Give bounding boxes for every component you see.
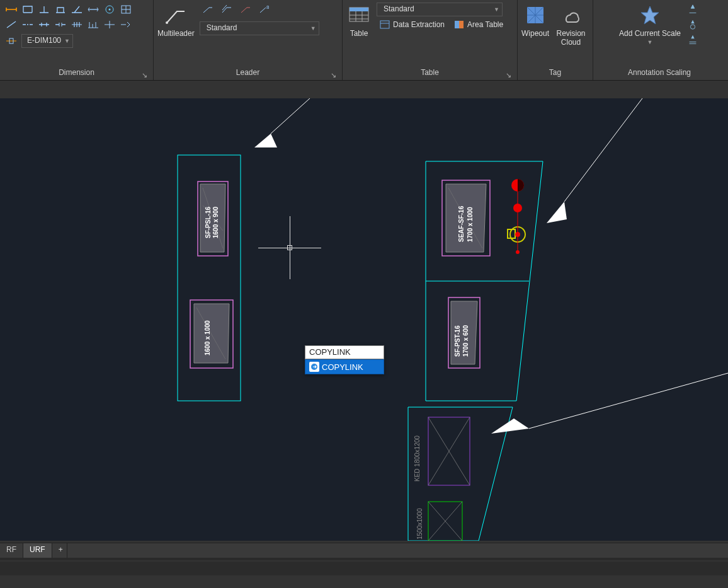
chevron-down-icon: ▼: [64, 38, 70, 44]
layout-tabs: RF URF +: [0, 543, 728, 558]
panel-label-annotation-scaling: Annotation Scaling: [628, 68, 691, 77]
block-label: SF-PST-16: [454, 325, 461, 357]
panel-launcher-icon[interactable]: ↘: [139, 67, 149, 78]
panel-label-tag: Tag: [549, 68, 561, 77]
command-suggestion[interactable]: COPYLINK: [305, 359, 384, 374]
ribbon: E-DIM100 ▼ Dimension ↘ Multileader: [0, 0, 728, 81]
panel-label-dimension: Dimension: [59, 68, 94, 77]
dim-tool-icon[interactable]: [53, 3, 68, 16]
svg-marker-47: [491, 418, 529, 434]
dim-tool-icon[interactable]: [118, 3, 134, 16]
block-label: 1500x1000: [416, 508, 423, 539]
layout-tab-label: URF: [30, 545, 45, 554]
dim-tool-icon[interactable]: [102, 3, 117, 16]
leader-style-dropdown[interactable]: Standard ▼: [200, 21, 319, 35]
layout-tab-label: RF: [6, 545, 16, 554]
svg-point-4: [166, 21, 168, 24]
anno-scale-icon[interactable]: [686, 3, 700, 16]
command-input[interactable]: COPYLINK: [305, 345, 384, 359]
leader-style-value: Standard: [207, 23, 237, 32]
data-extraction-icon: [379, 19, 390, 30]
chevron-down-icon: ▼: [310, 25, 316, 32]
wipeout-label: Wipeout: [521, 29, 549, 38]
panel-launcher-icon[interactable]: ↘: [503, 67, 513, 78]
dim-tool-icon[interactable]: [20, 3, 35, 16]
data-extraction-label: Data Extraction: [393, 20, 445, 29]
block-size: 1700 x 1000: [467, 207, 474, 242]
leader-tool-icon[interactable]: 8: [256, 3, 273, 16]
revision-cloud-label: Revision Cloud: [553, 29, 589, 47]
block-label: SF-PSL-16: [205, 207, 212, 238]
panel-annotation-scaling: Add Current Scale ▼ Annotation Scaling: [593, 0, 725, 80]
table-label: Table: [350, 29, 368, 38]
dim-tool-icon[interactable]: [37, 18, 52, 32]
dim-tool-icon[interactable]: [102, 18, 117, 32]
add-current-scale-button[interactable]: Add Current Scale ▼: [619, 3, 681, 45]
panel-label-table: Table: [421, 68, 439, 77]
dim-tool-icon[interactable]: [86, 3, 101, 16]
block-size: 1600 x 900: [212, 207, 219, 238]
svg-marker-45: [547, 202, 567, 223]
status-bar: [0, 558, 728, 588]
table-style-dropdown[interactable]: Standard ▼: [377, 3, 503, 16]
multileader-button[interactable]: Multileader: [157, 3, 195, 38]
plus-icon: +: [59, 545, 63, 554]
wipeout-button[interactable]: Wipeout: [521, 3, 549, 38]
area-table-label: Area Table: [467, 20, 503, 29]
drawing-canvas[interactable]: SF-PSL-16 1600 x 900 1600 x 1000 SEAF-SF…: [0, 98, 728, 541]
layout-tab[interactable]: RF: [0, 543, 23, 558]
dim-tool-icon[interactable]: [118, 18, 134, 32]
layout-tab-add[interactable]: +: [52, 543, 67, 558]
panel-launcher-icon[interactable]: ↘: [328, 67, 338, 78]
leader-tool-icon[interactable]: [219, 3, 235, 16]
chevron-down-icon: ▼: [494, 6, 499, 13]
dim-tool-icon[interactable]: [4, 18, 19, 32]
svg-marker-35: [408, 407, 513, 541]
leader-tool-icon[interactable]: [200, 3, 216, 16]
panel-dimension: E-DIM100 ▼ Dimension ↘: [0, 0, 154, 80]
layout-tab[interactable]: URF: [23, 543, 52, 558]
svg-rect-9: [455, 21, 459, 28]
svg-text:8: 8: [266, 4, 270, 10]
svg-line-44: [564, 98, 642, 202]
svg-rect-8: [380, 21, 389, 28]
block-label: SEAF-SF-16: [458, 205, 465, 242]
dim-tool-icon[interactable]: [20, 18, 35, 32]
block-size: 1600 x 1000: [204, 320, 211, 355]
revision-cloud-button[interactable]: Revision Cloud: [553, 3, 589, 47]
block-size: 1700 x 600: [462, 325, 469, 357]
command-input-text: COPYLINK: [309, 347, 351, 357]
anno-scale-icon[interactable]: [686, 18, 700, 32]
data-extraction-button[interactable]: Data Extraction: [377, 18, 447, 32]
panel-label-leader: Leader: [236, 68, 259, 77]
table-style-value: Standard: [384, 4, 414, 13]
table-button[interactable]: Table: [346, 3, 372, 38]
command-autocomplete: COPYLINK COPYLINK: [305, 345, 384, 374]
area-table-button[interactable]: Area Table: [451, 18, 506, 32]
dim-tool-icon[interactable]: [53, 18, 68, 32]
chevron-down-icon: ▼: [647, 39, 653, 45]
leader-tool-icon[interactable]: [237, 3, 254, 16]
panel-table: Table Standard ▼ Data Extraction Area Ta…: [343, 0, 518, 80]
dim-tool-icon[interactable]: [4, 3, 19, 16]
block-label: KED 1800x1200: [414, 435, 421, 481]
dim-style-icon[interactable]: [4, 35, 19, 47]
svg-line-46: [529, 373, 728, 429]
panel-tag: Wipeout Revision Cloud Tag: [518, 0, 593, 80]
command-icon: [309, 362, 319, 372]
panel-leader: Multileader 8 Standard ▼ Leader: [154, 0, 343, 80]
command-suggestion-text: COPYLINK: [322, 362, 363, 372]
dim-tool-icon[interactable]: [69, 3, 84, 16]
dim-tool-icon[interactable]: [37, 3, 52, 16]
svg-line-42: [271, 98, 310, 134]
anno-scale-icon[interactable]: [686, 33, 700, 47]
svg-rect-10: [459, 21, 464, 28]
dim-tool-icon[interactable]: [69, 18, 84, 32]
svg-point-12: [690, 25, 695, 29]
svg-marker-43: [254, 134, 277, 147]
dimension-style-dropdown[interactable]: E-DIM100 ▼: [21, 34, 73, 48]
multileader-label: Multileader: [157, 29, 195, 38]
drawing-canvas-wrap: SF-PSL-16 1600 x 900 1600 x 1000 SEAF-SF…: [0, 81, 728, 541]
svg-rect-7: [350, 8, 368, 11]
dim-tool-icon[interactable]: [86, 18, 101, 32]
